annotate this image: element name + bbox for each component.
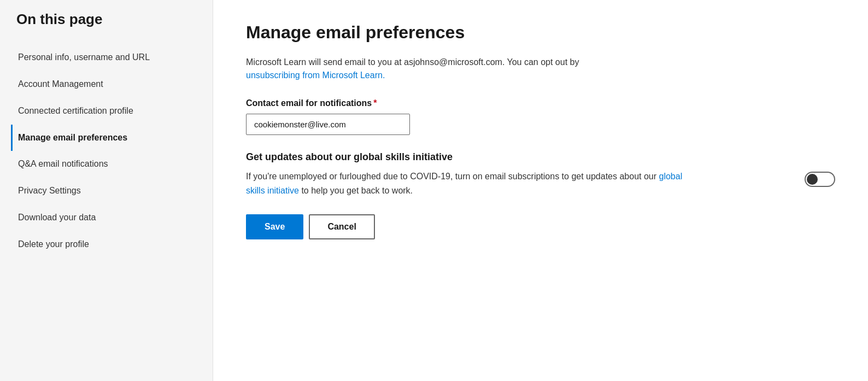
- contact-email-section: Contact email for notifications*: [246, 98, 835, 135]
- required-star: *: [373, 98, 377, 108]
- sidebar-item-personal-info[interactable]: Personal info, username and URL: [11, 44, 196, 71]
- sidebar: On this page Personal info, username and…: [0, 0, 213, 381]
- sidebar-item-connected-certification[interactable]: Connected certification profile: [11, 98, 196, 125]
- description-text-part1: Microsoft Learn will send email to you a…: [246, 57, 579, 67]
- unsubscribe-link[interactable]: unsubscribing from Microsoft Learn.: [246, 71, 385, 80]
- save-button[interactable]: Save: [246, 214, 303, 239]
- contact-email-label: Contact email for notifications*: [246, 98, 835, 108]
- sidebar-item-privacy-settings[interactable]: Privacy Settings: [11, 178, 196, 204]
- sidebar-nav: Personal info, username and URLAccount M…: [16, 44, 196, 257]
- global-skills-heading: Get updates about our global skills init…: [246, 151, 835, 163]
- main-content: Manage email preferences Microsoft Learn…: [213, 0, 868, 381]
- page-title: Manage email preferences: [246, 22, 835, 43]
- contact-email-input[interactable]: [246, 114, 410, 135]
- sidebar-item-qa-notifications[interactable]: Q&A email notifications: [11, 151, 196, 178]
- description-paragraph: Microsoft Learn will send email to you a…: [246, 56, 835, 82]
- global-skills-description: If you're unemployed or furloughed due t…: [246, 169, 711, 197]
- global-skills-toggle-row: If you're unemployed or furloughed due t…: [246, 169, 835, 197]
- toggle-slider: [805, 172, 835, 187]
- global-skills-toggle[interactable]: [805, 172, 835, 187]
- buttons-row: Save Cancel: [246, 214, 835, 239]
- sidebar-title: On this page: [16, 11, 196, 28]
- sidebar-item-manage-email[interactable]: Manage email preferences: [11, 125, 196, 151]
- cancel-button[interactable]: Cancel: [309, 214, 374, 239]
- sidebar-item-account-management[interactable]: Account Management: [11, 71, 196, 98]
- sidebar-item-delete-profile[interactable]: Delete your profile: [11, 231, 196, 258]
- sidebar-item-download-data[interactable]: Download your data: [11, 204, 196, 231]
